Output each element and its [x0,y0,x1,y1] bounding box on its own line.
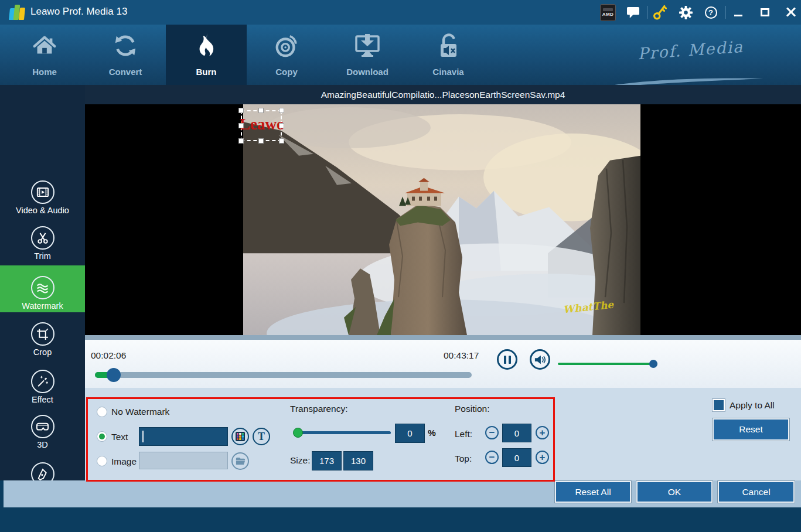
transparency-value-field[interactable] [395,424,425,443]
folder-icon [236,457,246,465]
tab-cinavia[interactable]: Cinavia [420,25,476,85]
sidebar-item-watermark[interactable]: Watermark [0,276,85,311]
cancel-button[interactable]: Cancel [718,481,795,503]
resize-handle[interactable] [279,138,284,144]
watermark-waves-icon [31,276,54,299]
transparency-thumb[interactable] [293,428,303,438]
radio-image-watermark[interactable] [97,456,107,466]
no-watermark-label: No Watermark [111,407,169,417]
tab-download[interactable]: Download [339,25,396,85]
video-preview-stage: WhatThe Leawo [85,104,801,335]
volume-dot[interactable] [649,360,657,368]
tab-copy[interactable]: Copy [258,25,315,85]
sidebar-item-crop[interactable]: Crop [0,322,85,357]
progress-thumb[interactable] [107,368,121,382]
resize-handle[interactable] [238,108,244,113]
sidebar-item-effect[interactable]: Effect [0,370,85,404]
tab-label: Burn [166,67,247,77]
text-watermark-label: Text [111,432,128,442]
leawo-logo-icon [9,5,27,20]
radio-no-watermark[interactable] [97,407,107,417]
resize-handle[interactable] [279,108,284,113]
tab-label: Home [16,67,73,77]
settings-gear-icon[interactable] [676,4,695,21]
watermark-settings-panel: No Watermark Text T Image Transparency: [86,397,555,482]
video-filename: AmazingBeautifulCompilatio...PlacesonEar… [85,85,801,104]
watermark-image-input[interactable] [139,452,228,469]
volume-slider[interactable] [558,363,657,365]
font-color-button[interactable] [231,428,249,445]
apply-to-all-label: Apply to All [730,400,775,411]
top-increment-button[interactable]: + [536,451,549,464]
font-t-icon: T [258,431,265,442]
sidebar-item-3d[interactable]: 3D [0,415,85,449]
bottom-status-bar [0,507,801,532]
home-icon [16,32,73,60]
volume-button[interactable] [530,349,550,370]
ok-button[interactable]: OK [636,481,713,503]
sidebar-item-label: Watermark [0,301,85,311]
reset-button[interactable]: Reset [713,418,789,441]
transparency-slider[interactable] [295,431,391,434]
radio-text-watermark[interactable] [97,431,107,442]
close-button[interactable] [782,4,800,21]
resize-handle[interactable] [238,138,244,144]
resize-handle[interactable] [238,123,244,128]
minimize-button[interactable] [729,4,748,21]
help-icon[interactable]: ? [701,4,720,21]
browse-image-button[interactable] [231,452,249,470]
effect-wand-icon [31,370,54,393]
tab-label: Cinavia [420,67,476,77]
tab-label: Convert [97,67,154,77]
feedback-chat-icon[interactable] [623,4,642,21]
seek-bar[interactable] [95,372,472,378]
copy-disc-icon [258,32,315,60]
amd-badge-text: AMD [602,12,614,17]
download-icon [339,32,396,60]
sidebar-item-trim[interactable]: Trim [0,226,85,261]
reset-all-button[interactable]: Reset All [555,481,631,503]
sidebar-item-label: Effect [0,395,85,404]
crop-icon [31,322,54,346]
video-audio-icon [31,180,54,204]
edit-sidebar: Video & Audio Trim Watermark [0,85,85,480]
font-style-button[interactable]: T [253,428,270,445]
tab-convert[interactable]: Convert [97,25,154,85]
text-cursor [142,431,144,442]
tab-burn[interactable]: Burn [166,25,247,85]
window-title: Leawo Prof. Media 13 [30,6,127,18]
left-label: Left: [455,429,472,439]
color-palette-icon [236,432,245,441]
watermark-text-input[interactable] [139,427,228,446]
current-time: 00:02:06 [91,350,126,361]
watermark-selection-box[interactable]: Leawo [241,110,282,141]
top-decrement-button[interactable]: − [485,451,499,464]
content-area: AmazingBeautifulCompilatio...PlacesonEar… [85,85,801,480]
maximize-button[interactable] [755,4,774,21]
apply-to-all-checkbox[interactable] [713,399,725,411]
resize-handle[interactable] [258,108,264,113]
resize-handle[interactable] [258,138,264,144]
sidebar-item-video-audio[interactable]: Video & Audio [0,180,85,215]
resize-handle[interactable] [279,123,284,128]
register-key-icon[interactable] [650,4,669,21]
amd-radeon-badge-icon[interactable]: AMD [600,4,616,21]
top-label: Top: [455,453,472,464]
app-window: Leawo Prof. Media 13 AMD ? [0,0,801,532]
transparency-unit: % [428,428,436,438]
left-value-field[interactable] [502,424,531,442]
size-width-field[interactable] [312,451,342,470]
image-watermark-label: Image [111,456,137,467]
pause-button[interactable] [497,349,517,370]
total-time: 00:43:17 [444,350,479,361]
tab-label: Copy [258,67,315,77]
convert-icon [97,32,154,60]
size-label: Size: [290,455,310,466]
speaker-icon [534,354,547,366]
tab-home[interactable]: Home [16,25,73,85]
titlebar-separator [725,6,726,19]
left-decrement-button[interactable]: − [485,426,499,439]
size-height-field[interactable] [343,451,373,470]
top-value-field[interactable] [502,448,531,467]
left-increment-button[interactable]: + [536,426,549,439]
